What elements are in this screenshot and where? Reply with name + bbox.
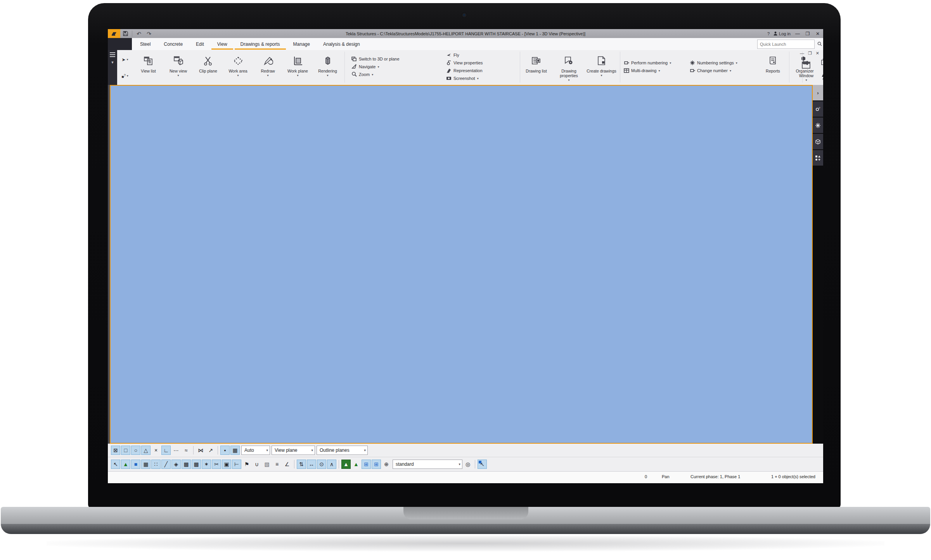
tab-analysis-design[interactable]: Analysis & design (317, 38, 367, 50)
snap-outline-select[interactable]: Outline planes▾ (317, 446, 368, 455)
select-mode-button[interactable]: ➤▾ (121, 57, 128, 62)
select-plane-objects-button[interactable]: ▧ (262, 460, 272, 469)
mdi-window-buttons: — ❐ ✕ (800, 51, 819, 56)
3d-viewport[interactable] (110, 85, 813, 444)
select-switch-button[interactable]: ↖ (478, 460, 487, 469)
snap-depth-select[interactable]: Auto▾ (241, 446, 270, 455)
undo-button[interactable]: ↶ (134, 30, 144, 38)
snap-any-position-button[interactable]: ⋈ (196, 446, 205, 455)
ribbon-button-work-area[interactable]: Work area▾ (223, 51, 253, 84)
select-assemblies-button[interactable]: ≡ (272, 460, 282, 469)
tab-view[interactable]: View (211, 38, 234, 50)
snap-end-points-button[interactable]: × (151, 446, 161, 455)
ribbon-button-work-plane[interactable]: Work plane▾ (283, 51, 313, 84)
snap-line-extension-button[interactable]: ⋯ (171, 446, 181, 455)
ribbon-button-view-list[interactable]: View list (133, 51, 163, 84)
quick-launch-box[interactable] (757, 40, 815, 49)
tab-edit[interactable]: Edit (189, 38, 211, 50)
help-icon[interactable]: ? (767, 31, 770, 36)
snap-geometry-points-button[interactable]: □ (121, 446, 130, 455)
select-rebar-button[interactable]: ∪ (252, 460, 261, 469)
select-distances-button[interactable]: ⚑ (242, 460, 251, 469)
selection-filter-select[interactable]: standard▾ (393, 460, 462, 469)
select-grid-planes-button[interactable]: ▩ (182, 460, 191, 469)
close-button[interactable]: ✕ (815, 31, 821, 36)
ribbon-button-perform-numbering[interactable]: Perform numbering▾ (624, 60, 686, 66)
select-component-objects-button[interactable]: ⊞ (362, 460, 371, 469)
ribbon-button-window[interactable]: Window▾ (791, 55, 821, 89)
select-views-button[interactable]: ▣ (222, 460, 231, 469)
select-phases-button[interactable]: ⊕ (382, 460, 391, 469)
select-single-grid-line-button[interactable]: ▩ (192, 460, 201, 469)
tab-steel[interactable]: Steel (133, 38, 157, 50)
snap-ortho-button[interactable]: ▪ (220, 446, 230, 455)
ribbon-button-representation[interactable]: Representation (446, 67, 504, 74)
select-cuts-button[interactable]: ✂ (212, 460, 221, 469)
ribbon-button-drawing-list[interactable]: Drawing list (521, 51, 551, 84)
select-points-button[interactable]: ∷ (151, 460, 161, 469)
select-objects-in-assemblies-button[interactable]: ▲ (351, 460, 361, 469)
app-menu-button[interactable] (108, 29, 120, 38)
ribbon-button-numbering-settings[interactable]: Numbering settings▾ (690, 60, 756, 66)
ribbon-button-zoom[interactable]: Zoom▾ (351, 71, 443, 78)
redo-button[interactable]: ↷ (144, 30, 154, 38)
ribbon-button-drawing-properties[interactable]: Drawing properties▾ (554, 51, 584, 84)
ribbon-button-new-view[interactable]: New view▾ (163, 51, 193, 84)
snap-free-button[interactable]: ↗ (206, 446, 215, 455)
select-bolts-button[interactable]: ⊢ (232, 460, 241, 469)
chevron-down-icon: ▾ (568, 78, 569, 82)
minimize-button[interactable]: — (794, 31, 801, 36)
select-connections-button[interactable]: ↔ (307, 460, 316, 469)
select-surfaces-button[interactable]: ■ (131, 460, 140, 469)
ribbon-button-navigate[interactable]: Navigate▾ (351, 64, 443, 70)
ribbon-button-create-drawings[interactable]: Create drawings▾ (587, 51, 616, 84)
snap-midpoints-button[interactable]: △ (141, 446, 151, 455)
snap-perpendicular-button[interactable]: ∟ (161, 446, 171, 455)
snap-nearest-button[interactable]: ≈ (182, 446, 191, 455)
select-objects-in-components-button[interactable]: ▲ (341, 460, 351, 469)
selection-filter-ball-button[interactable]: ◎ (463, 460, 472, 469)
select-parts-button[interactable]: ▲ (121, 460, 130, 469)
select-lines-button[interactable]: ╱ (161, 460, 171, 469)
quick-launch-input[interactable] (758, 42, 817, 47)
side-panel-model-cube-button[interactable] (813, 134, 823, 149)
ribbon-side-strip[interactable]: ▼ (108, 50, 117, 85)
mdi-restore-button[interactable]: ❐ (808, 51, 812, 56)
select-joints-button[interactable]: ⊙ (317, 460, 326, 469)
select-polygons-button[interactable]: ∧ (327, 460, 336, 469)
side-panel-settings-button[interactable] (813, 118, 823, 133)
mdi-minimize-button[interactable]: — (800, 51, 804, 56)
tab-manage[interactable]: Manage (287, 38, 317, 50)
ribbon-button-clip-plane[interactable]: Clip plane (193, 51, 223, 84)
select-grids-button[interactable]: ▦ (141, 460, 151, 469)
save-button[interactable] (120, 30, 130, 38)
ribbon-button-switch-to-d-or-plane[interactable]: Switch to 3D or plane (351, 56, 443, 62)
tab-concrete[interactable]: Concrete (157, 38, 189, 50)
select-angle-button[interactable]: ∠ (282, 460, 292, 469)
snap-plane-select[interactable]: View plane▾ (272, 446, 315, 455)
ribbon-button-view-properties[interactable]: View properties (446, 60, 504, 66)
maximize-button[interactable]: ❐ (805, 31, 811, 36)
tab-drawings-reports[interactable]: Drawings & reports (234, 38, 287, 50)
inquire-mode-button[interactable]: ■?▾ (121, 73, 128, 79)
ribbon-button-multi-drawing[interactable]: Multi-drawing▾ (624, 67, 686, 74)
ribbon-button-screenshot[interactable]: Screenshot▾ (446, 75, 504, 81)
snap-reference-points-button[interactable]: ⊠ (111, 446, 120, 455)
side-panel-expand-panel-button[interactable]: › (813, 85, 823, 100)
select-all-button[interactable]: ↖ (111, 460, 120, 469)
ribbon-button-change-number[interactable]: Change number▾ (690, 67, 756, 74)
mdi-close-button[interactable]: ✕ (816, 51, 819, 56)
ribbon-button-rendering[interactable]: Rendering▾ (313, 51, 343, 84)
ribbon-button-fly[interactable]: Fly (446, 52, 504, 58)
ribbon-button-redraw[interactable]: Redraw▾ (253, 51, 283, 84)
select-components-button[interactable]: ◈ (171, 460, 181, 469)
snap-bounds-button[interactable]: ▦ (230, 446, 240, 455)
select-tasks-button[interactable]: ⇅ (297, 460, 306, 469)
select-welds-button[interactable]: ✶ (202, 460, 211, 469)
snap-center-points-button[interactable]: ○ (131, 446, 140, 455)
side-panel-properties-query-button[interactable]: ? (813, 101, 823, 117)
select-assembly-objects-button[interactable]: ⊞ (372, 460, 381, 469)
login-button[interactable]: Log in (774, 31, 791, 36)
ribbon-button-reports[interactable]: Reports (758, 51, 788, 84)
side-panel-components-shapes-button[interactable] (813, 150, 823, 166)
